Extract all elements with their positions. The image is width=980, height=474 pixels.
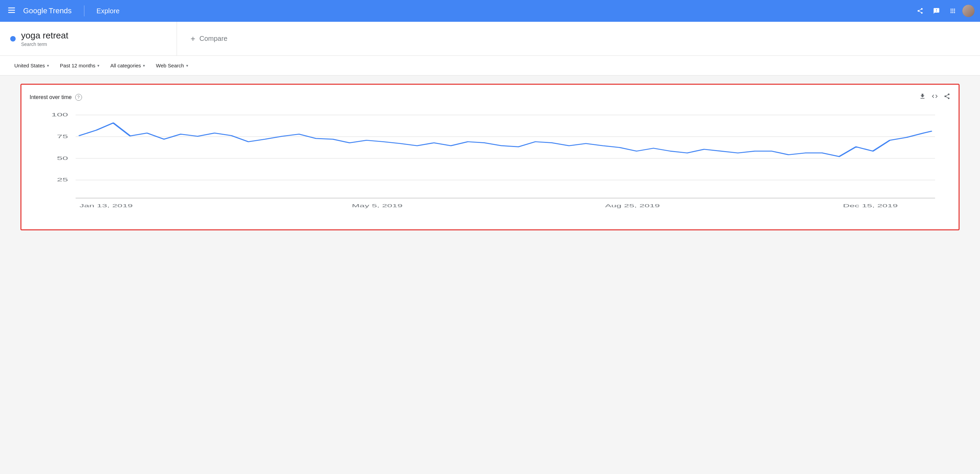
svg-text:May 5, 2019: May 5, 2019 xyxy=(352,203,402,208)
category-dropdown-arrow: ▾ xyxy=(143,63,145,68)
search-term-type: Search term xyxy=(21,41,68,47)
chart-header: Interest over time ? xyxy=(30,93,950,102)
compare-section[interactable]: + Compare xyxy=(177,22,980,56)
compare-plus-icon: + xyxy=(191,34,195,43)
category-filter-label: All categories xyxy=(110,63,141,68)
location-filter[interactable]: United States ▾ xyxy=(10,60,53,71)
download-button[interactable] xyxy=(919,93,926,102)
trend-line xyxy=(80,123,931,156)
share-button[interactable] xyxy=(913,4,927,18)
search-term-label: yoga retreat xyxy=(21,30,68,41)
user-avatar[interactable] xyxy=(962,5,975,17)
location-dropdown-arrow: ▾ xyxy=(47,63,49,68)
term-info: yoga retreat Search term xyxy=(21,30,68,47)
svg-text:75: 75 xyxy=(57,134,68,139)
chart-title-row: Interest over time ? xyxy=(30,94,82,101)
category-filter[interactable]: All categories ▾ xyxy=(106,60,149,71)
svg-text:100: 100 xyxy=(51,112,68,118)
svg-rect-0 xyxy=(8,8,15,8)
compare-label: Compare xyxy=(199,35,227,43)
svg-rect-1 xyxy=(8,10,15,11)
interest-over-time-card: Interest over time ? xyxy=(21,84,959,231)
embed-button[interactable] xyxy=(931,93,938,102)
svg-text:25: 25 xyxy=(57,177,68,183)
line-chart-svg: 100 75 50 25 Jan 13, 2019 May 5, 2019 Au… xyxy=(30,104,950,220)
search-type-dropdown-arrow: ▾ xyxy=(186,63,188,68)
svg-text:Aug 25, 2019: Aug 25, 2019 xyxy=(605,203,660,208)
location-filter-label: United States xyxy=(14,63,45,68)
google-trends-logo: Google Trends xyxy=(23,6,72,15)
logo-trends-text: Trends xyxy=(49,6,72,15)
search-section: yoga retreat Search term + Compare xyxy=(0,22,980,56)
explore-label: Explore xyxy=(97,7,120,15)
search-type-filter-label: Web Search xyxy=(156,63,184,68)
header-divider xyxy=(84,5,84,16)
chart-actions xyxy=(919,93,950,102)
time-range-filter-label: Past 12 months xyxy=(60,63,95,68)
avatar-image xyxy=(962,5,975,17)
svg-text:50: 50 xyxy=(57,156,68,161)
header-left: Google Trends Explore xyxy=(5,4,119,18)
help-icon[interactable]: ? xyxy=(75,94,82,101)
app-header: Google Trends Explore xyxy=(0,0,980,22)
time-range-filter[interactable]: Past 12 months ▾ xyxy=(56,60,103,71)
time-range-dropdown-arrow: ▾ xyxy=(97,63,99,68)
feedback-button[interactable] xyxy=(930,4,943,18)
apps-button[interactable] xyxy=(946,4,959,18)
svg-text:Dec 15, 2019: Dec 15, 2019 xyxy=(843,203,898,208)
header-right xyxy=(913,4,975,18)
chart-title: Interest over time xyxy=(30,94,72,100)
chart-area: 100 75 50 25 Jan 13, 2019 May 5, 2019 Au… xyxy=(30,104,950,221)
hamburger-menu-icon[interactable] xyxy=(5,4,18,18)
term-color-dot xyxy=(10,36,16,41)
search-type-filter[interactable]: Web Search ▾ xyxy=(152,60,192,71)
svg-text:Jan 13, 2019: Jan 13, 2019 xyxy=(80,203,133,208)
svg-rect-2 xyxy=(8,12,15,13)
main-content: Interest over time ? xyxy=(0,76,980,239)
logo-google-text: Google xyxy=(23,6,47,15)
search-term-container: yoga retreat Search term xyxy=(0,22,177,56)
share-chart-button[interactable] xyxy=(943,93,950,102)
filters-bar: United States ▾ Past 12 months ▾ All cat… xyxy=(0,56,980,76)
